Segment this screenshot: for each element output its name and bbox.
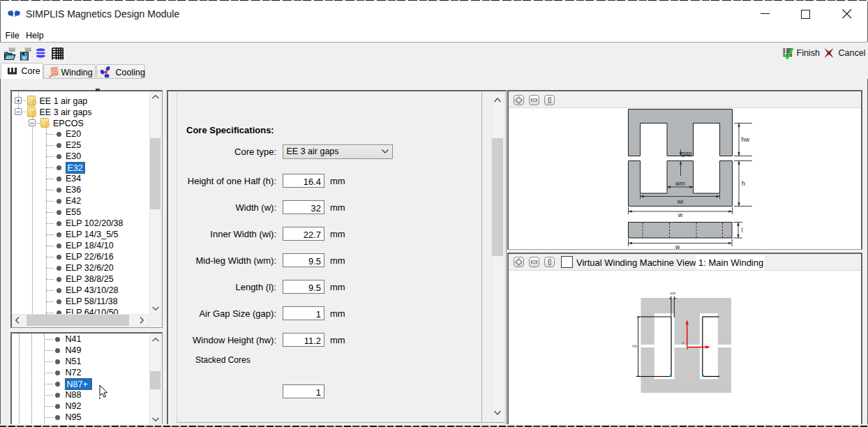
svg-text:w: w (678, 211, 683, 218)
svg-text:hb: hb (632, 344, 637, 348)
svg-text:hw: hw (742, 136, 750, 143)
svg-text:P: P (682, 341, 685, 345)
svg-text:l: l (742, 227, 743, 234)
svg-text:w: w (675, 244, 680, 250)
svg-text:wi: wi (677, 198, 684, 205)
svg-text:wb: wb (669, 291, 675, 295)
svg-text:wm: wm (675, 180, 685, 187)
svg-text:h: h (742, 180, 745, 187)
svg-text:gap: gap (682, 150, 692, 157)
